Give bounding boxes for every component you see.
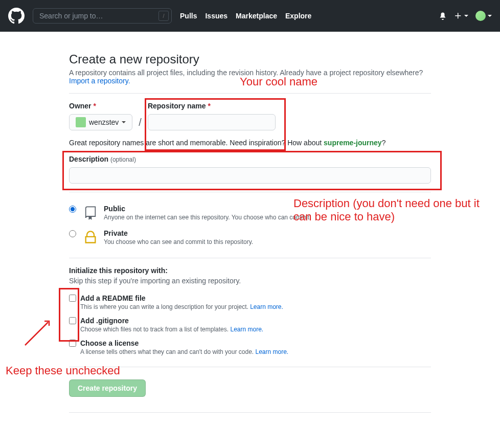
gitignore-desc-text: Choose which files not to track from a l… — [80, 326, 230, 333]
plus-icon — [454, 12, 462, 20]
visibility-public-row: Public Anyone on the internet can see th… — [69, 200, 431, 225]
readme-desc: This is where you can write a long descr… — [80, 303, 431, 310]
required-marker: * — [93, 102, 96, 110]
readme-head: Add a README file — [69, 294, 431, 302]
owner-label-text: Owner — [69, 102, 92, 110]
gitignore-head: Add .gitignore — [69, 317, 431, 325]
license-desc-text: A license tells others what they can and… — [80, 348, 256, 355]
repo-name-input[interactable] — [148, 114, 276, 130]
divider — [69, 192, 431, 192]
owner-value: wenzstev — [89, 118, 119, 126]
gitignore-row: Add .gitignore Choose which files not to… — [69, 313, 431, 336]
gitignore-desc: Choose which files not to track from a l… — [80, 326, 431, 333]
private-body: Private You choose who can see and commi… — [104, 229, 431, 245]
license-title: Choose a license — [80, 339, 139, 347]
notifications-bell-icon[interactable] — [439, 12, 447, 20]
subtitle-text: A repository contains all project files,… — [69, 69, 423, 77]
readme-desc-text: This is where you can write a long descr… — [80, 303, 250, 310]
main-content: Create a new repository A repository con… — [61, 32, 439, 433]
private-desc: You choose who can see and commit to thi… — [104, 238, 431, 245]
public-title: Public — [104, 205, 431, 213]
gitignore-checkbox[interactable] — [69, 317, 76, 324]
private-radio[interactable] — [69, 230, 76, 237]
repo-public-icon — [83, 206, 98, 220]
divider — [69, 258, 431, 258]
search-input[interactable] — [33, 8, 172, 24]
caret-down-icon — [122, 121, 126, 123]
description-input[interactable] — [69, 167, 431, 184]
repo-name-group: Repository name * — [148, 102, 276, 130]
license-learn-more-link[interactable]: Learn more. — [256, 348, 289, 355]
footer-divider — [69, 412, 431, 413]
divider — [69, 367, 431, 367]
optional-marker: (optional) — [110, 156, 136, 163]
readme-row: Add a README file This is where you can … — [69, 291, 431, 313]
nav-issues[interactable]: Issues — [205, 12, 228, 20]
owner-avatar-icon — [76, 117, 86, 127]
caret-down-icon — [464, 15, 468, 17]
readme-title: Add a README file — [80, 294, 146, 302]
name-hint: Great repository names are short and mem… — [69, 139, 431, 147]
create-new-dropdown[interactable] — [454, 12, 468, 20]
public-radio[interactable] — [69, 206, 76, 213]
init-checks-wrapper: Add a README file This is where you can … — [69, 291, 431, 359]
repo-name-label-text: Repository name — [148, 102, 206, 110]
github-logo-icon[interactable] — [8, 8, 25, 24]
license-checkbox[interactable] — [69, 340, 76, 347]
nav-links: Pulls Issues Marketplace Explore — [180, 12, 311, 20]
user-menu[interactable] — [475, 11, 492, 21]
repo-name-label: Repository name * — [148, 102, 276, 110]
owner-group: Owner * wenzstev — [69, 102, 132, 130]
divider — [69, 93, 431, 94]
avatar — [475, 11, 486, 21]
description-label-text: Description — [69, 155, 108, 163]
import-repository-link[interactable]: Import a repository. — [69, 77, 130, 85]
description-label: Description (optional) — [69, 155, 431, 163]
nav-pulls[interactable]: Pulls — [180, 12, 197, 20]
public-body: Public Anyone on the internet can see th… — [104, 205, 431, 221]
slash-key-icon: / — [158, 11, 169, 21]
caret-down-icon — [488, 15, 492, 17]
name-suggestion-link[interactable]: supreme-journey — [324, 139, 382, 147]
nav-marketplace[interactable]: Marketplace — [236, 12, 277, 20]
license-row: Choose a license A license tells others … — [69, 336, 431, 359]
slash-separator: / — [137, 117, 144, 130]
init-title: Initialize this repository with: — [69, 266, 431, 275]
nav-explore[interactable]: Explore — [285, 12, 311, 20]
annotation-arrow-icon — [20, 317, 56, 353]
gitignore-learn-more-link[interactable]: Learn more. — [230, 326, 263, 333]
description-section: Description (optional) — [69, 155, 431, 184]
init-skip: Skip this step if you're importing an ex… — [69, 277, 431, 285]
header-right — [439, 11, 492, 21]
license-head: Choose a license — [69, 339, 431, 347]
page-subtitle: A repository contains all project files,… — [69, 69, 431, 85]
license-desc: A license tells others what they can and… — [80, 348, 431, 355]
owner-select[interactable]: wenzstev — [69, 114, 132, 130]
page-title: Create a new repository — [69, 52, 431, 66]
hint-prefix: Great repository names are short and mem… — [69, 139, 324, 147]
lock-icon — [83, 230, 98, 244]
global-header: / Pulls Issues Marketplace Explore — [0, 0, 500, 32]
readme-checkbox[interactable] — [69, 295, 76, 302]
owner-label: Owner * — [69, 102, 132, 110]
private-title: Private — [104, 229, 431, 237]
readme-learn-more-link[interactable]: Learn more. — [250, 303, 283, 310]
owner-name-row: Owner * wenzstev / Repository name * — [69, 102, 431, 130]
visibility-private-row: Private You choose who can see and commi… — [69, 225, 431, 250]
annotation-unchecked: Keep these unchecked — [6, 364, 120, 377]
required-marker: * — [208, 102, 210, 110]
hint-suffix: ? — [382, 139, 386, 147]
gitignore-title: Add .gitignore — [80, 317, 129, 325]
create-repository-button[interactable]: Create repository — [69, 379, 146, 397]
public-desc: Anyone on the internet can see this repo… — [104, 214, 431, 221]
search-container: / — [33, 8, 172, 24]
